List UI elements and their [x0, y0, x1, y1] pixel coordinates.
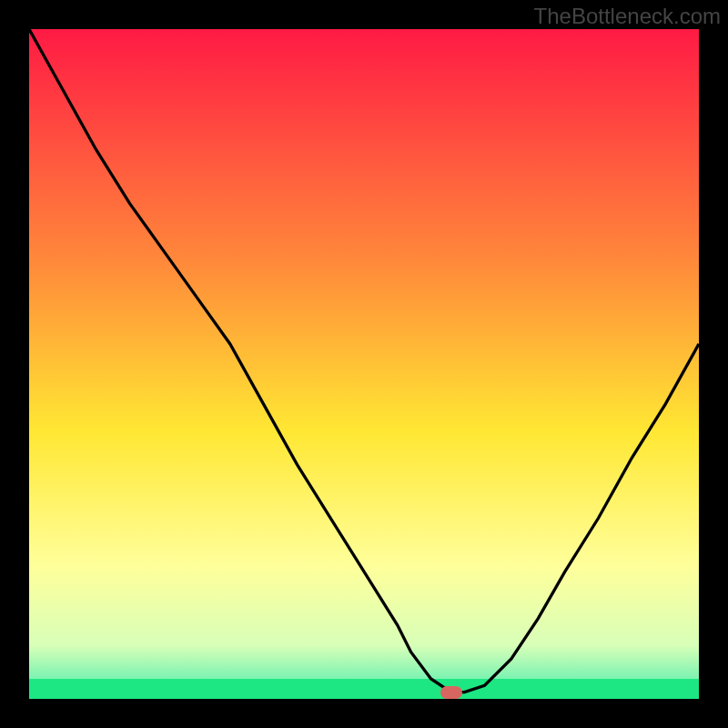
green-bottom-band: [29, 679, 699, 699]
background-gradient: [29, 29, 699, 699]
watermark-brand: TheBottleneck.com: [534, 4, 721, 29]
chart-container: TheBottleneck.com: [0, 0, 728, 728]
svg-rect-0: [29, 29, 699, 699]
plot-area: [29, 29, 699, 699]
optimal-marker: [440, 686, 462, 699]
